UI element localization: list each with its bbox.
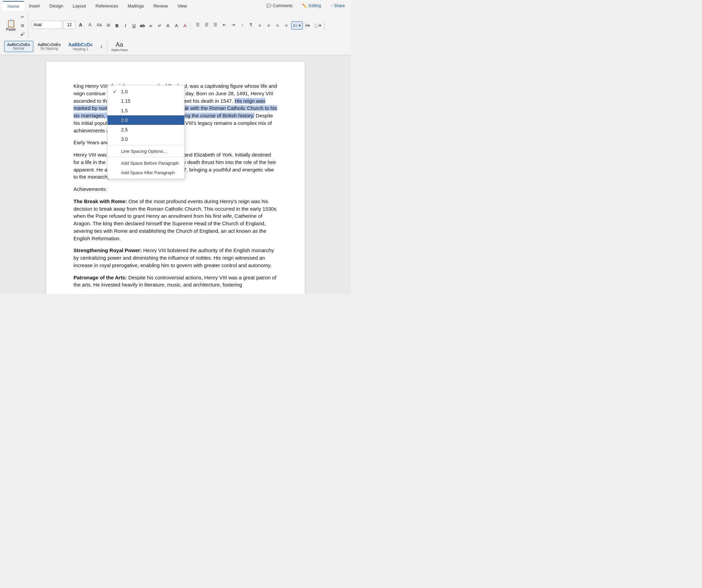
numbering-button[interactable]: ☰ <box>203 21 211 29</box>
doc-paragraph-royal-power: Strengthening Royal Power: Henry VIII bo… <box>73 247 278 269</box>
decrease-indent-button[interactable]: ⇤ <box>220 21 229 29</box>
tab-bar: Home Insert Design Layout References Mai… <box>0 0 351 12</box>
line-spacing-menu: ✓ 1.0 1.15 1.5 2.0 2.5 3.0 Line Spacing … <box>107 85 185 179</box>
comment-icon: 💬 <box>266 3 271 8</box>
font-grow-button[interactable]: A <box>77 21 85 29</box>
shading-button[interactable]: A▾ <box>303 21 312 30</box>
font-shrink-button[interactable]: A <box>86 21 94 29</box>
tab-design[interactable]: Design <box>45 1 68 11</box>
paste-button[interactable]: 📋 Paste <box>4 19 18 32</box>
line-spacing-1-15[interactable]: 1.15 <box>107 96 184 106</box>
strikethrough-button[interactable]: ab <box>139 22 146 29</box>
change-case-button[interactable]: Aa <box>95 21 103 29</box>
show-marks-button[interactable]: ¶ <box>247 21 255 29</box>
check-1-15 <box>113 98 118 104</box>
line-spacing-3-0[interactable]: 3.0 <box>107 134 184 144</box>
format-painter-button[interactable]: 🖌 <box>18 30 27 38</box>
check-2-5 <box>113 127 118 132</box>
header-right-controls: 💬 Comments ✏️ Editing ↑ Share <box>263 2 348 10</box>
clipboard-group: 📋 Paste ✂ ⧉ 🖌 <box>3 13 28 38</box>
paste-icon: 📋 <box>6 20 16 27</box>
align-center-button[interactable]: ≡ <box>265 21 273 30</box>
style-no-spacing-label: No Spacing <box>38 47 61 50</box>
tab-insert[interactable]: Insert <box>24 1 45 11</box>
menu-divider-1 <box>107 145 184 145</box>
superscript-button[interactable]: x² <box>156 22 163 29</box>
ribbon: Home Insert Design Layout References Mai… <box>0 0 351 55</box>
bullets-button[interactable]: ☰ <box>194 21 202 29</box>
line-spacing-button[interactable]: ≡↕ ▾ <box>291 21 303 30</box>
styles-pane-icon: Aa <box>116 41 123 48</box>
tab-review[interactable]: Review <box>149 1 173 11</box>
underline-button[interactable]: U <box>130 22 138 29</box>
style-normal-label: Normal <box>7 47 30 50</box>
sort-button[interactable]: ↕ <box>238 21 246 29</box>
style-heading1-label: Heading 1 <box>68 47 93 51</box>
doc-heading-achievements: Achievements: <box>73 185 278 193</box>
share-button[interactable]: ↑ Share <box>327 2 348 10</box>
line-spacing-2-5[interactable]: 2.5 <box>107 125 184 134</box>
font-group: A A Aa ⊘ B I U ab x₂ x² A A A <box>30 21 190 30</box>
tab-home[interactable]: Home <box>3 1 24 11</box>
style-normal[interactable]: AaBbCcDdEe Normal <box>4 41 33 52</box>
styles-gallery-group: AaBbCcDdEe Normal AaBbCcDdEe No Spacing … <box>3 40 107 53</box>
paragraph-group: ☰ ☰ ☰ ⇤ ⇥ ↕ ¶ ≡ ≡ ≡ ≡ ≡↕ ▾ A▾ ⬜▾ <box>193 21 324 30</box>
border-button[interactable]: ⬜▾ <box>312 21 323 30</box>
style-normal-preview: AaBbCcDdEe <box>7 43 30 47</box>
toolbar: 📋 Paste ✂ ⧉ 🖌 A A Aa ⊘ B I U <box>0 12 351 55</box>
font-color-button[interactable]: A <box>164 22 172 29</box>
bold-button[interactable]: B <box>113 22 121 29</box>
increase-indent-button[interactable]: ⇥ <box>229 21 237 29</box>
justify-button[interactable]: ≡ <box>282 21 290 30</box>
check-1-5 <box>113 108 118 113</box>
align-left-button[interactable]: ≡ <box>256 21 264 30</box>
tab-references[interactable]: References <box>91 1 123 11</box>
doc-paragraph-rome: The Break with Rome: One of the most pro… <box>73 198 278 242</box>
align-right-button[interactable]: ≡ <box>273 21 282 30</box>
style-heading1[interactable]: AaBbCcDc Heading 1 <box>65 40 96 53</box>
pencil-icon: ✏️ <box>302 3 307 8</box>
format-row: B I U ab x₂ x² A A A <box>113 22 189 29</box>
copy-button[interactable]: ⧉ <box>18 21 27 30</box>
check-2-0 <box>113 117 118 123</box>
add-space-after-button[interactable]: Add Space After Paragraph <box>107 168 184 177</box>
style-no-spacing[interactable]: AaBbCcDdEe No Spacing <box>35 41 64 52</box>
line-spacing-2-0[interactable]: 2.0 <box>107 115 184 125</box>
text-color-button[interactable]: A <box>181 22 189 29</box>
line-spacing-1-0[interactable]: ✓ 1.0 <box>107 87 184 96</box>
check-1-0: ✓ <box>113 89 118 94</box>
line-spacing-options-button[interactable]: Line Spacing Options... <box>107 146 184 156</box>
menu-divider-2 <box>107 157 184 157</box>
font-name-input[interactable] <box>32 21 62 29</box>
multilevel-list-button[interactable]: ☰ <box>212 21 220 29</box>
style-no-spacing-preview: AaBbCcDdEe <box>38 43 61 47</box>
tab-mailings[interactable]: Mailings <box>123 1 149 11</box>
add-space-before-button[interactable]: Add Space Before Paragraph <box>107 158 184 168</box>
highlight-button[interactable]: A <box>173 22 180 29</box>
styles-pane-button[interactable]: Aa Styles Pane <box>109 40 130 53</box>
font-size-input[interactable] <box>63 21 76 29</box>
styles-gallery: AaBbCcDdEe Normal AaBbCcDdEe No Spacing … <box>4 40 105 53</box>
clear-format-button[interactable]: ⊘ <box>104 21 113 29</box>
italic-button[interactable]: I <box>122 22 129 29</box>
doc-paragraph-arts: Patronage of the Arts: Despite his contr… <box>73 274 278 289</box>
style-heading1-preview: AaBbCcDc <box>68 42 93 47</box>
subscript-button[interactable]: x₂ <box>147 22 155 29</box>
cut-button[interactable]: ✂ <box>18 13 27 21</box>
tab-layout[interactable]: Layout <box>68 1 91 11</box>
more-styles-button[interactable]: › <box>97 43 105 51</box>
check-3-0 <box>113 136 118 142</box>
editing-button[interactable]: ✏️ Editing <box>299 2 324 10</box>
comments-button[interactable]: 💬 Comments <box>263 2 296 10</box>
line-spacing-1-5[interactable]: 1.5 <box>107 106 184 115</box>
document-area: King Henry VIII, the infamous monarch of… <box>0 55 351 294</box>
tab-view[interactable]: View <box>173 1 192 11</box>
share-icon: ↑ <box>331 3 333 8</box>
